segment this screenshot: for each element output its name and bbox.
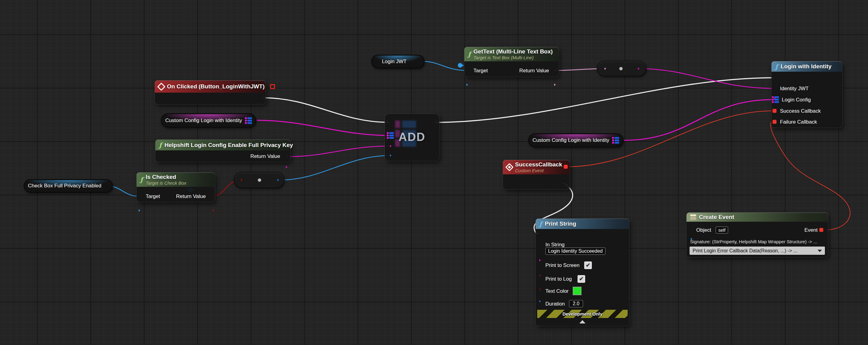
node-title: Login with Identity: [781, 63, 832, 70]
variable-label: Custom Config Login with Identity: [165, 118, 242, 124]
reroute-dot: [619, 67, 623, 70]
node-title: SuccessCallback: [515, 161, 562, 168]
node-header[interactable]: ƒ GetText (Multi-Line Text Box) Target i…: [464, 47, 559, 61]
login-config-input-pin[interactable]: [772, 96, 779, 103]
node-success-callback[interactable]: SuccessCallback Custom Event: [503, 160, 570, 189]
event-icon: [157, 83, 165, 91]
print-to-screen-label: Print to Screen: [546, 262, 579, 268]
return-pin-label: Return Value: [519, 68, 549, 74]
delegate-output-pin[interactable]: [564, 165, 568, 169]
duration-label: Duration: [546, 301, 565, 307]
login-config-pin-label: Login Config: [782, 97, 811, 103]
wire-exec-onclicked-to-add: [263, 98, 390, 122]
conversion-node-bool[interactable]: [234, 173, 284, 188]
signature-text: Signature: (StrProperty, Helpshift Map W…: [690, 239, 817, 244]
node-header[interactable]: Create Event: [686, 212, 828, 222]
delegate-output-pin[interactable]: [270, 84, 275, 89]
node-custom-config-variable-top[interactable]: Custom Config Login with Identity: [161, 114, 255, 127]
node-gettext[interactable]: ƒ GetText (Multi-Line Text Box) Target i…: [464, 47, 559, 77]
in-string-field[interactable]: Login Identity Succeeded: [546, 248, 606, 255]
duration-field[interactable]: 2.0: [569, 300, 583, 307]
development-only-banner: Development Only: [537, 310, 628, 318]
print-to-screen-checkbox[interactable]: ✔: [584, 261, 592, 269]
wire-string-helpshift-to-add: [286, 146, 390, 157]
node-title: Helpshift Login Config Enable Full Priva…: [164, 142, 293, 148]
target-pin-label: Target: [473, 68, 488, 74]
function-icon: ƒ: [159, 142, 162, 148]
node-is-checked[interactable]: ƒ Is Checked Target is Check Box Target …: [136, 173, 215, 202]
success-callback-pin-label: Success Callback: [780, 108, 820, 114]
wire-map-pill-to-loginconfig: [624, 99, 773, 140]
map-output-pin[interactable]: [612, 137, 619, 144]
return-pin-label: Return Value: [176, 194, 206, 200]
event-output-pin[interactable]: [819, 228, 824, 232]
node-header[interactable]: ƒ Is Checked Target is Check Box: [136, 173, 215, 187]
function-icon: ƒ: [539, 221, 542, 227]
delegate-dropdown[interactable]: Print Login Error Callback Data(Reason, …: [689, 247, 825, 255]
node-header[interactable]: ƒ Login with Identity: [772, 61, 842, 72]
node-on-clicked[interactable]: On Clicked (Button_LoginWithJWT): [155, 81, 266, 104]
node-login-jwt-variable[interactable]: Login JWT: [372, 55, 424, 68]
node-subtitle: Target is Text Box (Multi-Line): [473, 55, 553, 60]
wire-blue-reroute-to-add: [280, 155, 390, 180]
node-header[interactable]: SuccessCallback Custom Event: [503, 160, 570, 174]
map-output-pin[interactable]: [245, 117, 252, 124]
node-title: On Clicked (Button_LoginWithJWT): [167, 83, 265, 90]
variable-label: Login JWT: [382, 59, 406, 65]
failure-callback-input-pin[interactable]: [773, 120, 777, 124]
wires-layer: [0, 0, 868, 345]
node-checkbox-variable[interactable]: Check Box Full Privacy Enabled: [24, 180, 112, 192]
conversion-node-text-to-string[interactable]: [597, 61, 646, 76]
success-callback-input-pin[interactable]: [773, 109, 777, 113]
custom-event-icon: [505, 163, 514, 171]
node-custom-config-variable-bottom[interactable]: Custom Config Login with Identity: [529, 134, 623, 147]
create-event-icon: [690, 214, 696, 220]
dropdown-caret-icon: [817, 250, 822, 252]
node-subtitle: Target is Check Box: [146, 180, 186, 185]
node-print-string[interactable]: ƒ Print String In String Login Identity …: [536, 219, 629, 326]
wire-map-pill-to-add: [257, 120, 390, 136]
node-map-add[interactable]: ADD: [385, 114, 439, 161]
object-self-field[interactable]: self: [716, 227, 728, 234]
map-input-pin[interactable]: [387, 132, 394, 139]
failure-callback-pin-label: Failure Callback: [780, 119, 817, 125]
event-pin-label: Event: [805, 227, 817, 233]
node-title: Print String: [545, 221, 576, 227]
print-to-log-label: Print to Log: [546, 276, 572, 282]
wire-text-gettext-to-reroute: [554, 69, 604, 70]
text-color-swatch[interactable]: [573, 287, 582, 295]
node-title: Is Checked: [146, 174, 186, 180]
node-login-with-identity[interactable]: ƒ Login with Identity Identity JWT Login…: [772, 61, 842, 127]
blueprint-graph-canvas[interactable]: Login JWT ƒ GetText (Multi-Line Text Box…: [0, 0, 868, 345]
object-pin-label: Object: [696, 227, 711, 233]
node-create-event[interactable]: Create Event Object self Event Signature…: [686, 212, 828, 257]
function-icon: ƒ: [140, 176, 143, 183]
print-to-log-checkbox[interactable]: ✔: [578, 275, 585, 283]
reroute-dot: [258, 179, 261, 182]
wire-exec-add-to-login: [435, 78, 773, 122]
wire-string-reroute-to-identityjwt: [638, 69, 773, 88]
node-title: GetText (Multi-Line Text Box): [473, 48, 553, 55]
node-header[interactable]: ƒ Print String: [536, 219, 629, 229]
target-pin-label: Target: [146, 194, 160, 200]
node-helpshift-login-config[interactable]: ƒ Helpshift Login Config Enable Full Pri…: [155, 140, 290, 162]
identity-jwt-pin-label: Identity JWT: [780, 86, 808, 92]
in-string-pin-label: In String: [546, 242, 564, 248]
node-title: Create Event: [699, 214, 734, 221]
variable-label: Check Box Full Privacy Enabled: [28, 183, 101, 189]
function-icon: ƒ: [468, 51, 471, 57]
function-icon: ƒ: [775, 63, 778, 70]
collapse-arrow[interactable]: [579, 320, 585, 323]
variable-label: Custom Config Login with Identity: [532, 137, 609, 143]
return-pin-label: Return Value: [250, 153, 280, 160]
text-color-label: Text Color: [546, 288, 569, 294]
object-output-pin[interactable]: [458, 63, 462, 68]
node-header[interactable]: ƒ Helpshift Login Config Enable Full Pri…: [155, 140, 290, 150]
node-header[interactable]: On Clicked (Button_LoginWithJWT): [155, 81, 266, 93]
node-subtitle: Custom Event: [515, 168, 562, 173]
